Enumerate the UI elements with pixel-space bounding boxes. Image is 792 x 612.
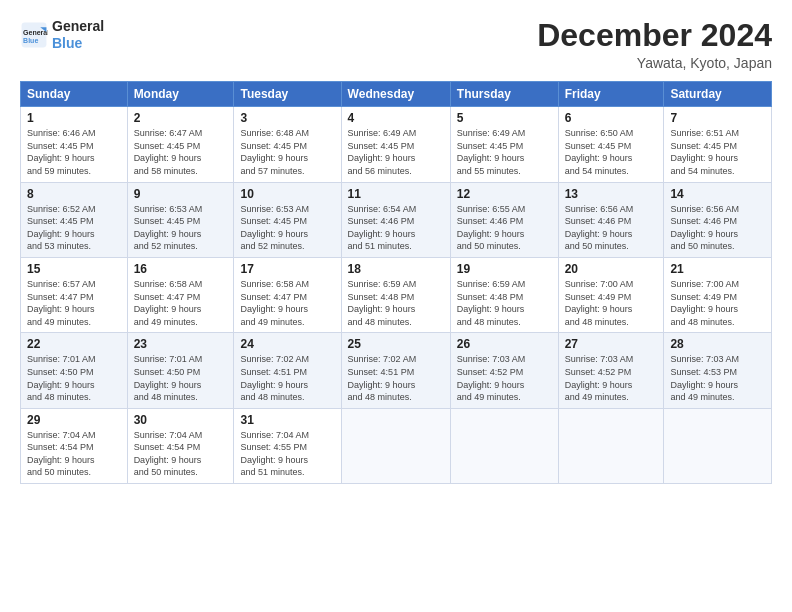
col-friday: Friday bbox=[558, 82, 664, 107]
calendar-cell: 22 Sunrise: 7:01 AM Sunset: 4:50 PM Dayl… bbox=[21, 333, 128, 408]
calendar-cell: 13 Sunrise: 6:56 AM Sunset: 4:46 PM Dayl… bbox=[558, 182, 664, 257]
month-title: December 2024 bbox=[537, 18, 772, 53]
col-thursday: Thursday bbox=[450, 82, 558, 107]
day-info: Sunrise: 6:49 AM Sunset: 4:45 PM Dayligh… bbox=[348, 127, 444, 177]
location: Yawata, Kyoto, Japan bbox=[537, 55, 772, 71]
calendar-cell: 19 Sunrise: 6:59 AM Sunset: 4:48 PM Dayl… bbox=[450, 257, 558, 332]
col-tuesday: Tuesday bbox=[234, 82, 341, 107]
calendar-cell: 27 Sunrise: 7:03 AM Sunset: 4:52 PM Dayl… bbox=[558, 333, 664, 408]
calendar-cell: 14 Sunrise: 6:56 AM Sunset: 4:46 PM Dayl… bbox=[664, 182, 772, 257]
day-info: Sunrise: 6:55 AM Sunset: 4:46 PM Dayligh… bbox=[457, 203, 552, 253]
day-info: Sunrise: 6:54 AM Sunset: 4:46 PM Dayligh… bbox=[348, 203, 444, 253]
day-number: 6 bbox=[565, 111, 658, 125]
day-number: 11 bbox=[348, 187, 444, 201]
calendar-week-3: 15 Sunrise: 6:57 AM Sunset: 4:47 PM Dayl… bbox=[21, 257, 772, 332]
day-info: Sunrise: 6:53 AM Sunset: 4:45 PM Dayligh… bbox=[134, 203, 228, 253]
day-info: Sunrise: 6:57 AM Sunset: 4:47 PM Dayligh… bbox=[27, 278, 121, 328]
calendar-cell: 21 Sunrise: 7:00 AM Sunset: 4:49 PM Dayl… bbox=[664, 257, 772, 332]
day-info: Sunrise: 6:59 AM Sunset: 4:48 PM Dayligh… bbox=[348, 278, 444, 328]
page: General Blue General Blue December 2024 … bbox=[0, 0, 792, 612]
calendar-cell bbox=[450, 408, 558, 483]
day-info: Sunrise: 6:56 AM Sunset: 4:46 PM Dayligh… bbox=[670, 203, 765, 253]
day-number: 16 bbox=[134, 262, 228, 276]
calendar-cell: 1 Sunrise: 6:46 AM Sunset: 4:45 PM Dayli… bbox=[21, 107, 128, 182]
calendar-cell: 30 Sunrise: 7:04 AM Sunset: 4:54 PM Dayl… bbox=[127, 408, 234, 483]
day-number: 12 bbox=[457, 187, 552, 201]
day-number: 19 bbox=[457, 262, 552, 276]
svg-text:Blue: Blue bbox=[23, 37, 38, 44]
day-number: 14 bbox=[670, 187, 765, 201]
day-number: 22 bbox=[27, 337, 121, 351]
day-number: 4 bbox=[348, 111, 444, 125]
day-number: 26 bbox=[457, 337, 552, 351]
calendar-cell: 7 Sunrise: 6:51 AM Sunset: 4:45 PM Dayli… bbox=[664, 107, 772, 182]
day-info: Sunrise: 7:02 AM Sunset: 4:51 PM Dayligh… bbox=[348, 353, 444, 403]
calendar-cell: 26 Sunrise: 7:03 AM Sunset: 4:52 PM Dayl… bbox=[450, 333, 558, 408]
calendar-cell bbox=[341, 408, 450, 483]
col-sunday: Sunday bbox=[21, 82, 128, 107]
calendar-cell: 4 Sunrise: 6:49 AM Sunset: 4:45 PM Dayli… bbox=[341, 107, 450, 182]
day-info: Sunrise: 6:50 AM Sunset: 4:45 PM Dayligh… bbox=[565, 127, 658, 177]
day-info: Sunrise: 6:47 AM Sunset: 4:45 PM Dayligh… bbox=[134, 127, 228, 177]
calendar-cell: 2 Sunrise: 6:47 AM Sunset: 4:45 PM Dayli… bbox=[127, 107, 234, 182]
day-number: 21 bbox=[670, 262, 765, 276]
day-number: 31 bbox=[240, 413, 334, 427]
day-number: 8 bbox=[27, 187, 121, 201]
day-info: Sunrise: 7:04 AM Sunset: 4:54 PM Dayligh… bbox=[27, 429, 121, 479]
day-info: Sunrise: 6:52 AM Sunset: 4:45 PM Dayligh… bbox=[27, 203, 121, 253]
calendar-week-4: 22 Sunrise: 7:01 AM Sunset: 4:50 PM Dayl… bbox=[21, 333, 772, 408]
calendar-week-1: 1 Sunrise: 6:46 AM Sunset: 4:45 PM Dayli… bbox=[21, 107, 772, 182]
calendar: Sunday Monday Tuesday Wednesday Thursday… bbox=[20, 81, 772, 484]
day-number: 25 bbox=[348, 337, 444, 351]
calendar-cell: 3 Sunrise: 6:48 AM Sunset: 4:45 PM Dayli… bbox=[234, 107, 341, 182]
day-info: Sunrise: 7:01 AM Sunset: 4:50 PM Dayligh… bbox=[27, 353, 121, 403]
calendar-cell: 20 Sunrise: 7:00 AM Sunset: 4:49 PM Dayl… bbox=[558, 257, 664, 332]
calendar-cell: 16 Sunrise: 6:58 AM Sunset: 4:47 PM Dayl… bbox=[127, 257, 234, 332]
day-info: Sunrise: 7:03 AM Sunset: 4:52 PM Dayligh… bbox=[457, 353, 552, 403]
day-number: 3 bbox=[240, 111, 334, 125]
day-info: Sunrise: 6:51 AM Sunset: 4:45 PM Dayligh… bbox=[670, 127, 765, 177]
day-info: Sunrise: 7:03 AM Sunset: 4:52 PM Dayligh… bbox=[565, 353, 658, 403]
day-info: Sunrise: 6:49 AM Sunset: 4:45 PM Dayligh… bbox=[457, 127, 552, 177]
day-number: 5 bbox=[457, 111, 552, 125]
day-number: 20 bbox=[565, 262, 658, 276]
day-info: Sunrise: 6:58 AM Sunset: 4:47 PM Dayligh… bbox=[134, 278, 228, 328]
calendar-week-2: 8 Sunrise: 6:52 AM Sunset: 4:45 PM Dayli… bbox=[21, 182, 772, 257]
calendar-header-row: Sunday Monday Tuesday Wednesday Thursday… bbox=[21, 82, 772, 107]
day-info: Sunrise: 7:01 AM Sunset: 4:50 PM Dayligh… bbox=[134, 353, 228, 403]
logo-text: General Blue bbox=[52, 18, 104, 52]
day-number: 1 bbox=[27, 111, 121, 125]
day-info: Sunrise: 7:00 AM Sunset: 4:49 PM Dayligh… bbox=[670, 278, 765, 328]
calendar-cell: 5 Sunrise: 6:49 AM Sunset: 4:45 PM Dayli… bbox=[450, 107, 558, 182]
calendar-cell: 15 Sunrise: 6:57 AM Sunset: 4:47 PM Dayl… bbox=[21, 257, 128, 332]
calendar-cell: 31 Sunrise: 7:04 AM Sunset: 4:55 PM Dayl… bbox=[234, 408, 341, 483]
calendar-cell: 18 Sunrise: 6:59 AM Sunset: 4:48 PM Dayl… bbox=[341, 257, 450, 332]
day-number: 28 bbox=[670, 337, 765, 351]
calendar-cell: 24 Sunrise: 7:02 AM Sunset: 4:51 PM Dayl… bbox=[234, 333, 341, 408]
col-saturday: Saturday bbox=[664, 82, 772, 107]
logo-icon: General Blue bbox=[20, 21, 48, 49]
calendar-cell bbox=[664, 408, 772, 483]
day-info: Sunrise: 6:58 AM Sunset: 4:47 PM Dayligh… bbox=[240, 278, 334, 328]
col-wednesday: Wednesday bbox=[341, 82, 450, 107]
day-info: Sunrise: 6:59 AM Sunset: 4:48 PM Dayligh… bbox=[457, 278, 552, 328]
day-number: 23 bbox=[134, 337, 228, 351]
logo: General Blue General Blue bbox=[20, 18, 104, 52]
day-number: 30 bbox=[134, 413, 228, 427]
calendar-cell: 12 Sunrise: 6:55 AM Sunset: 4:46 PM Dayl… bbox=[450, 182, 558, 257]
day-info: Sunrise: 7:00 AM Sunset: 4:49 PM Dayligh… bbox=[565, 278, 658, 328]
day-number: 9 bbox=[134, 187, 228, 201]
day-number: 24 bbox=[240, 337, 334, 351]
day-info: Sunrise: 6:53 AM Sunset: 4:45 PM Dayligh… bbox=[240, 203, 334, 253]
col-monday: Monday bbox=[127, 82, 234, 107]
day-number: 15 bbox=[27, 262, 121, 276]
calendar-cell: 25 Sunrise: 7:02 AM Sunset: 4:51 PM Dayl… bbox=[341, 333, 450, 408]
day-info: Sunrise: 6:46 AM Sunset: 4:45 PM Dayligh… bbox=[27, 127, 121, 177]
calendar-cell: 17 Sunrise: 6:58 AM Sunset: 4:47 PM Dayl… bbox=[234, 257, 341, 332]
day-number: 13 bbox=[565, 187, 658, 201]
day-info: Sunrise: 6:56 AM Sunset: 4:46 PM Dayligh… bbox=[565, 203, 658, 253]
calendar-cell bbox=[558, 408, 664, 483]
day-info: Sunrise: 7:02 AM Sunset: 4:51 PM Dayligh… bbox=[240, 353, 334, 403]
day-number: 17 bbox=[240, 262, 334, 276]
day-number: 2 bbox=[134, 111, 228, 125]
